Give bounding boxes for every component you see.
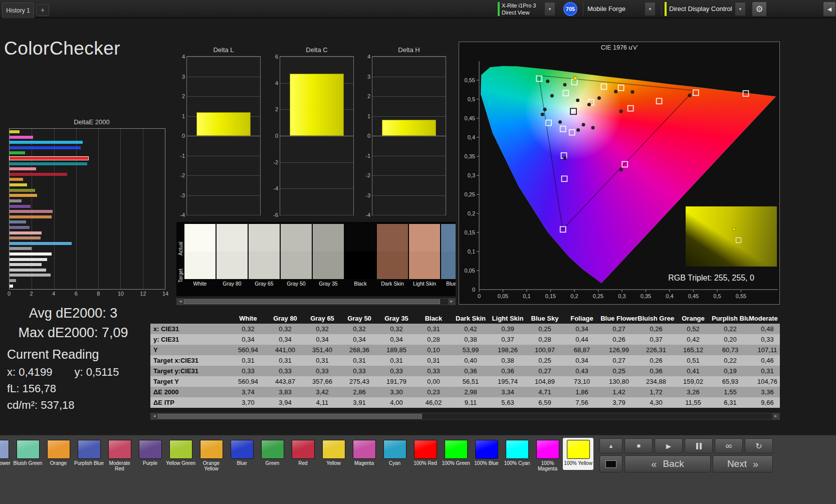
refresh-button[interactable]: ↻	[745, 438, 773, 453]
table-cell: 11,55	[675, 397, 712, 408]
scroll-right-arrow[interactable]: ►	[448, 299, 455, 305]
blank-screen-button[interactable]	[599, 455, 622, 472]
scroll-right-arrow[interactable]: ►	[772, 413, 779, 419]
settings-button[interactable]: ⚙	[752, 2, 767, 17]
table-cell: 5,63	[489, 397, 526, 408]
table-cell: 9,66	[749, 397, 780, 408]
patch-button-100-blue[interactable]: 100% Blue	[471, 438, 502, 470]
table-cell: 3,91	[341, 397, 378, 408]
patch-button-blue[interactable]: Blue	[227, 438, 257, 470]
back-button[interactable]: « Back	[624, 455, 711, 472]
de2000-bar-row	[10, 205, 165, 208]
patch-button-purplish-blue[interactable]: Purplish Blue	[74, 438, 104, 470]
table-cell: 107,11	[749, 345, 780, 355]
patch-button-red[interactable]: Red	[288, 438, 318, 470]
collapse-bar-button[interactable]: ▲	[599, 438, 622, 453]
swatch-scrollbar[interactable]: ◄►	[176, 298, 456, 305]
patch-button-purple[interactable]: Purple	[135, 438, 165, 470]
patch-button-cyan[interactable]: Cyan	[379, 438, 410, 470]
table-row: y: CIE310,340,340,340,340,340,280,380,37…	[150, 334, 780, 345]
gridline	[372, 136, 446, 136]
pattern-badge[interactable]: 705	[563, 2, 577, 16]
patch-button-100-magenta[interactable]: 100% Magenta	[532, 438, 563, 470]
pause-button[interactable]	[685, 438, 713, 453]
scroll-left-arrow[interactable]: ◄	[177, 299, 184, 305]
scroll-thumb[interactable]	[158, 414, 422, 419]
patch-label: 100% Magenta	[532, 460, 563, 471]
patch-button-moderate-red[interactable]: Moderate Red	[104, 438, 135, 470]
axis-tick-label: -4	[361, 212, 370, 218]
patch-button-100-red[interactable]: 100% Red	[410, 438, 441, 470]
table-cell: 441,00	[267, 345, 304, 355]
scroll-track[interactable]	[184, 299, 448, 305]
table-cell: 0,36	[452, 366, 489, 376]
play-button[interactable]: ▶	[655, 438, 683, 453]
target-square-marker	[546, 120, 551, 126]
table-cell: 0,42	[675, 334, 712, 345]
table-cell: 0,34	[378, 334, 415, 345]
patch-button-orange[interactable]: Orange	[43, 438, 74, 470]
axis-tick-label: 6	[269, 54, 278, 60]
table-header-cell: Blue Flower	[600, 313, 638, 324]
chevron-down-icon: ▼	[548, 7, 552, 12]
patch-button-100-green[interactable]: 100% Green	[441, 438, 471, 470]
chevron-left-icon: ◀	[827, 6, 831, 13]
tab-history-1[interactable]: History 1	[2, 3, 34, 18]
patch-button-green[interactable]: Green	[257, 438, 288, 470]
patch-button-yellow-green[interactable]: Yellow Green	[165, 438, 196, 470]
de2000-bar	[10, 231, 42, 234]
collapse-panel-button[interactable]: ◀	[823, 2, 836, 17]
axis-tick-label: 0,55	[465, 77, 475, 83]
patch-button-blue-flower[interactable]: Blue Flower	[0, 438, 13, 470]
patch-label: Moderate Red	[104, 460, 135, 471]
table-row: Y560,94441,00351,40268,36189,850,1053,99…	[150, 345, 780, 355]
patch-swatch	[200, 440, 223, 459]
axis-tick-label: 0	[8, 291, 11, 297]
de2000-bar	[10, 253, 52, 256]
row-label-cell: x: CIE31	[150, 324, 230, 334]
next-button[interactable]: Next »	[713, 455, 773, 472]
patch-button-100-cyan[interactable]: 100% Cyan	[502, 438, 532, 470]
de2000-bar-row	[10, 253, 165, 256]
scroll-track[interactable]	[158, 413, 772, 419]
gridline	[187, 195, 260, 196]
table-cell: 0,32	[267, 324, 304, 334]
patch-button-bluish-green[interactable]: Bluish Green	[13, 438, 43, 470]
scroll-thumb[interactable]	[184, 299, 440, 304]
meter-dropdown-button[interactable]: ▼	[544, 2, 555, 16]
source-dropdown-button[interactable]: ▼	[645, 2, 656, 16]
swatch-light-skin: Light Skin	[409, 224, 440, 288]
axis-tick-label: 1	[176, 113, 185, 119]
row-label-cell: ΔE 2000	[150, 387, 230, 397]
patch-label: 100% Green	[441, 460, 471, 466]
de2000-bar	[10, 146, 81, 149]
table-cell: 0,38	[489, 355, 526, 366]
table-cell: 104,76	[749, 376, 780, 387]
de2000-bar	[10, 285, 13, 288]
patch-button-yellow[interactable]: Yellow	[318, 438, 349, 470]
patch-button-100-yellow[interactable]: 100% Yellow	[563, 438, 593, 470]
patch-button-orange-yellow[interactable]: Orange Yellow	[196, 438, 227, 470]
patch-label: Magenta	[349, 460, 379, 466]
table-scrollbar[interactable]: ◄►	[150, 413, 780, 420]
de2000-bar-row	[10, 236, 165, 239]
de2000-bar	[10, 215, 52, 218]
control-dropdown-button[interactable]: ▼	[735, 2, 746, 16]
target-square-marker	[628, 106, 634, 111]
table-cell: 100,97	[526, 345, 563, 355]
table-cell: 3,34	[489, 387, 526, 397]
table-cell: 6,31	[712, 397, 749, 408]
table-cell: 560,94	[230, 345, 267, 355]
loop-button[interactable]: ∞	[715, 438, 743, 453]
scroll-left-arrow[interactable]: ◄	[151, 413, 158, 419]
add-tab-button[interactable]: +	[36, 4, 49, 16]
table-cell: 1,55	[712, 387, 749, 397]
target-square-marker	[657, 98, 662, 104]
chevron-left-icon: «	[651, 458, 657, 470]
delta-bar	[382, 120, 436, 136]
stop-button[interactable]: ■	[624, 438, 653, 453]
actual-swatch	[345, 224, 376, 251]
patch-button-magenta[interactable]: Magenta	[349, 438, 379, 470]
patch-swatch	[261, 440, 284, 459]
target-swatch	[281, 251, 312, 279]
